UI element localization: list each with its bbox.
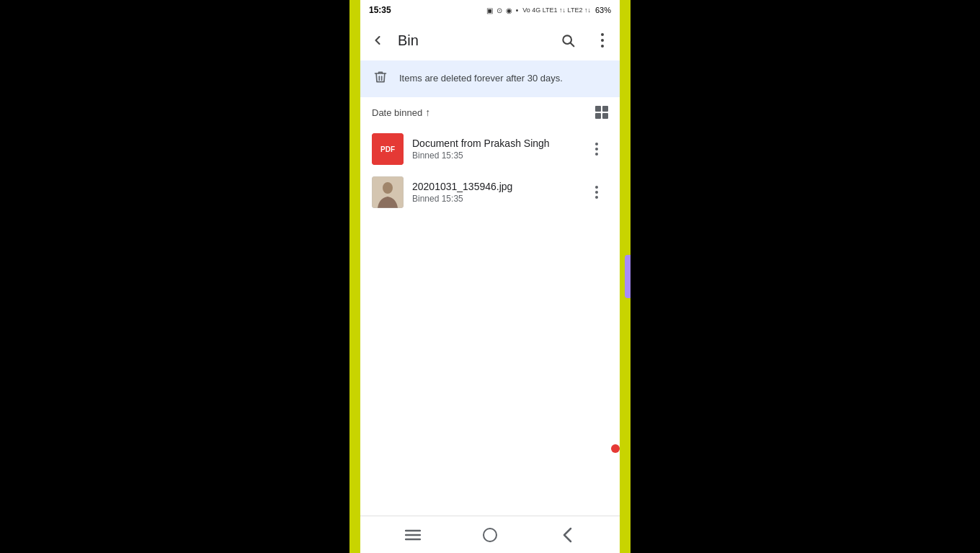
sort-bar: Date binned ↑ [360,97,620,127]
image-thumbnail [372,176,404,208]
grid-view-toggle[interactable] [595,106,608,119]
info-message: Items are deleted forever after 30 days. [399,72,563,85]
file-list: PDF Document from Prakash Singh Binned 1… [360,127,620,516]
pdf-thumbnail: PDF [372,133,404,165]
search-button[interactable] [553,26,582,55]
sort-arrow-icon: ↑ [425,107,430,118]
svg-point-12 [595,191,598,194]
scroll-indicator [611,444,620,453]
file-more-button-pdf[interactable] [585,138,608,161]
svg-point-7 [595,153,598,156]
svg-line-1 [571,43,574,47]
svg-point-3 [601,39,604,42]
trash-icon [372,69,389,89]
sort-label[interactable]: Date binned ↑ [372,107,430,118]
file-info-pdf: Document from Prakash Singh Binned 15:35 [412,138,576,161]
svg-point-13 [595,196,598,199]
file-name-pdf: Document from Prakash Singh [412,138,576,149]
page-title: Bin [398,32,548,49]
file-item-image[interactable]: 20201031_135946.jpg Binned 15:35 [360,171,620,214]
svg-point-5 [595,143,598,145]
more-options-button[interactable] [588,26,617,55]
side-handle [625,255,631,298]
file-info-image: 20201031_135946.jpg Binned 15:35 [412,181,576,204]
grid-dot-3 [595,113,601,119]
nav-home-button[interactable] [472,521,508,549]
app-bar: Bin [360,20,620,60]
svg-point-17 [484,529,496,541]
pdf-thumb-label: PDF [372,133,404,165]
nav-back-button[interactable] [549,521,585,549]
back-button[interactable] [363,26,392,55]
status-bar: 15:35 ▣ ⊙ ◉ • Vo 4G LTE1 ↑↓ LTE2 ↑↓ 63% [360,0,620,20]
status-time: 15:35 [369,5,391,15]
file-name-image: 20201031_135946.jpg [412,181,576,192]
grid-dot-1 [595,106,601,112]
status-battery: 63% [595,6,611,14]
svg-point-9 [383,182,393,194]
status-right: ▣ ⊙ ◉ • Vo 4G LTE1 ↑↓ LTE2 ↑↓ 63% [486,6,611,14]
file-more-button-image[interactable] [585,181,608,204]
bottom-nav [360,516,620,553]
info-banner: Items are deleted forever after 30 days. [360,60,620,97]
file-item-pdf[interactable]: PDF Document from Prakash Singh Binned 1… [360,127,620,171]
grid-dot-4 [602,113,608,119]
status-signal: Vo 4G LTE1 ↑↓ LTE2 ↑↓ [522,6,591,14]
sort-label-text: Date binned [372,107,422,118]
grid-dot-2 [602,106,608,112]
svg-point-4 [601,45,604,48]
svg-point-11 [595,186,598,189]
file-meta-pdf: Binned 15:35 [412,150,576,161]
svg-point-2 [601,33,604,36]
nav-menu-button[interactable] [395,521,431,549]
svg-point-6 [595,148,598,150]
file-meta-image: Binned 15:35 [412,194,576,204]
status-icons: ▣ ⊙ ◉ • [486,6,519,14]
